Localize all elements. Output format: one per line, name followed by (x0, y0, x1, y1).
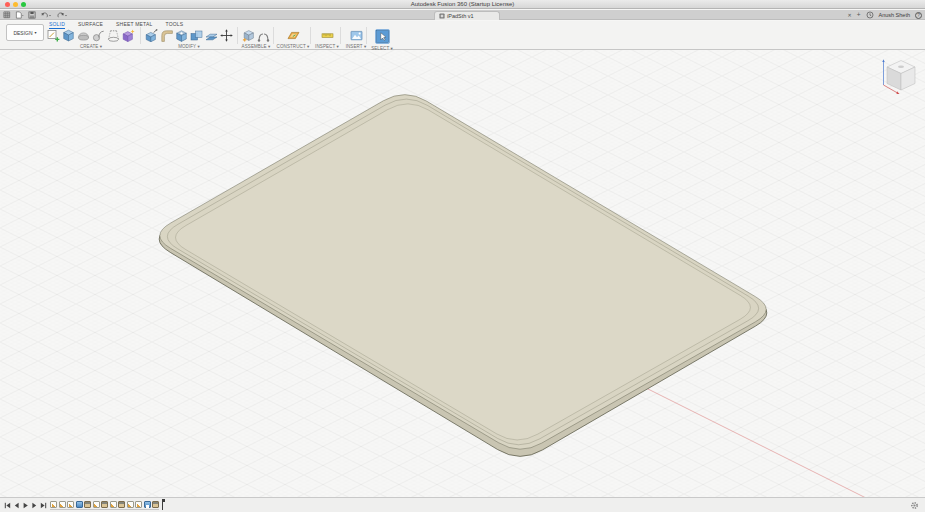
timeline-track (50, 501, 159, 510)
timeline-feature-fillet-3[interactable] (118, 501, 125, 508)
design-workspace-menu[interactable]: DESIGN ▾ (6, 24, 44, 41)
tab-strip: iPadSth v1 ✕ + Anush Sheth ? (0, 10, 925, 20)
group-separator (310, 27, 311, 44)
create-sketch-icon[interactable] (47, 29, 60, 42)
group-create: CREATE ▾ (47, 29, 135, 49)
ribbon-toolbar: DESIGN ▾ SOLID SURFACE SHEET METAL TOOLS (0, 21, 925, 50)
group-modify: MODIFY ▾ (145, 29, 233, 49)
document-tab[interactable]: iPadSth v1 (434, 11, 500, 20)
timeline-feature-sketch-5[interactable] (110, 501, 117, 508)
select-cursor-icon[interactable] (376, 30, 389, 43)
model-viewport[interactable] (0, 50, 925, 497)
timeline-feature-sketch-7[interactable] (135, 501, 142, 508)
timeline-feature-sketch-1[interactable] (50, 501, 57, 508)
ribbon-tab-bar: SOLID SURFACE SHEET METAL TOOLS (49, 21, 183, 29)
document-tab-label: iPadSth v1 (447, 13, 474, 19)
user-account-button[interactable]: Anush Sheth (879, 12, 911, 18)
view-cube-logo (898, 66, 904, 68)
go-to-end-icon[interactable] (40, 502, 47, 509)
group-separator (140, 27, 141, 44)
save-icon[interactable] (28, 11, 36, 19)
caret-down-icon: ▾ (198, 44, 200, 49)
title-bar: Autodesk Fusion 360 (Startup License) (0, 0, 925, 9)
data-panel-icon[interactable] (3, 11, 11, 19)
tab-tools[interactable]: TOOLS (166, 21, 184, 29)
timeline-feature-sketch-3[interactable] (67, 501, 74, 508)
group-label-insert[interactable]: INSERT ▾ (343, 44, 369, 49)
offset-face-icon[interactable] (205, 29, 218, 42)
revolve-icon[interactable] (77, 29, 90, 42)
timeline-feature-sketch-4[interactable] (93, 501, 100, 508)
group-inspect: INSPECT ▾ (313, 29, 341, 49)
timeline-feature-fillet-4[interactable] (152, 501, 159, 508)
timeline-feature-sketch-6[interactable] (127, 501, 134, 508)
document-icon (439, 13, 445, 19)
sweep-icon[interactable] (92, 29, 105, 42)
tab-surface[interactable]: SURFACE (78, 21, 103, 29)
combine-icon[interactable] (190, 29, 203, 42)
caret-down-icon: ▾ (307, 44, 309, 49)
measure-icon[interactable] (321, 29, 334, 42)
extrude-icon[interactable] (62, 29, 75, 42)
caret-down-icon: ▾ (100, 44, 102, 49)
tab-sheet-metal[interactable]: SHEET METAL (116, 21, 152, 29)
group-label-create[interactable]: CREATE ▾ (47, 44, 135, 49)
window-title: Autodesk Fusion 360 (Startup License) (0, 0, 925, 9)
timeline-settings-gear-icon[interactable] (910, 501, 919, 510)
step-back-icon[interactable] (13, 502, 20, 509)
timeline-feature-fillet-1[interactable] (84, 501, 91, 508)
help-button[interactable]: ? (915, 12, 922, 19)
group-separator (273, 27, 274, 44)
job-status-icon[interactable] (866, 11, 874, 19)
group-label-construct[interactable]: CONSTRUCT ▾ (276, 44, 310, 49)
timeline-position-marker[interactable] (162, 500, 163, 510)
play-icon[interactable] (22, 502, 29, 509)
new-component-icon[interactable] (242, 29, 255, 42)
file-menu-icon[interactable] (15, 11, 24, 19)
group-label-modify[interactable]: MODIFY ▾ (145, 44, 233, 49)
caret-down-icon: ▾ (268, 44, 270, 49)
design-menu-label: DESIGN (13, 30, 32, 36)
loft-icon[interactable] (107, 29, 120, 42)
design-menu-caret-icon: ▾ (35, 30, 37, 35)
timeline-playback-controls (4, 502, 47, 509)
press-pull-icon[interactable] (145, 29, 158, 42)
step-forward-icon[interactable] (31, 502, 38, 509)
select-tool-active-highlight[interactable] (375, 29, 390, 44)
insert-canvas-icon[interactable] (350, 29, 363, 42)
group-select: SELECT ▾ (369, 29, 395, 51)
construction-plane-icon[interactable] (287, 29, 300, 42)
timeline-feature-fillet-2[interactable] (101, 501, 108, 508)
viewport-scene[interactable] (0, 50, 925, 497)
joint-icon[interactable] (257, 29, 270, 42)
timeline-feature-extrude-1[interactable] (76, 501, 83, 508)
group-separator (340, 27, 341, 44)
tab-solid[interactable]: SOLID (49, 21, 65, 29)
timeline-bar (0, 497, 925, 512)
close-tab-button[interactable]: ✕ (848, 10, 852, 20)
create-form-icon[interactable] (122, 29, 135, 42)
fusion360-window: Autodesk Fusion 360 (Startup License) (0, 0, 925, 512)
go-to-start-icon[interactable] (4, 502, 11, 509)
redo-icon[interactable] (56, 11, 68, 19)
caret-down-icon: ▾ (364, 44, 366, 49)
group-assemble: ASSEMBLE ▾ (241, 29, 271, 49)
undo-icon[interactable] (40, 11, 52, 19)
move-copy-icon[interactable] (220, 29, 233, 42)
group-separator (237, 27, 238, 44)
fillet-icon[interactable] (160, 29, 173, 42)
tab-strip-right: ✕ + Anush Sheth ? (848, 10, 923, 20)
group-label-assemble[interactable]: ASSEMBLE ▾ (241, 44, 271, 49)
group-label-inspect[interactable]: INSPECT ▾ (313, 44, 341, 49)
group-construct: CONSTRUCT ▾ (276, 29, 310, 49)
quick-access-toolbar (3, 10, 68, 20)
timeline-feature-shell-1[interactable] (144, 501, 151, 508)
shell-icon[interactable] (175, 29, 188, 42)
caret-down-icon: ▾ (337, 44, 339, 49)
group-separator (366, 27, 367, 44)
timeline-feature-sketch-2[interactable] (59, 501, 66, 508)
new-tab-button[interactable]: + (857, 10, 861, 20)
